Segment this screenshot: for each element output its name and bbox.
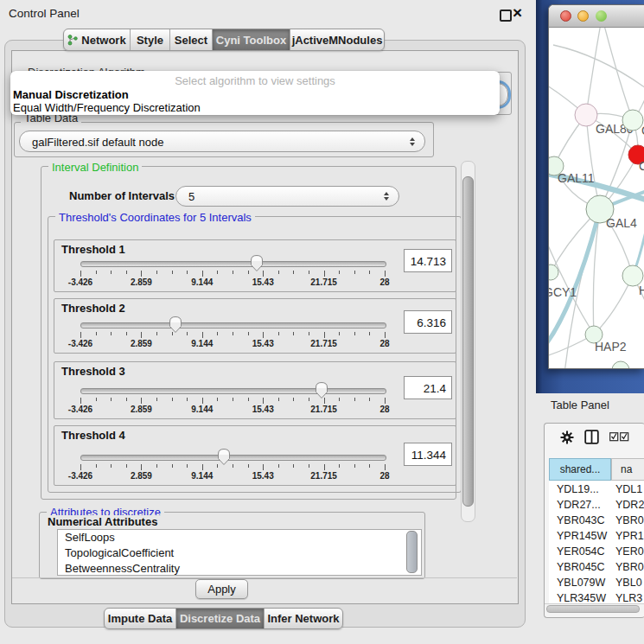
apply-button[interactable]: Apply — [195, 579, 248, 599]
network-node-g[interactable] — [622, 110, 643, 131]
network-edge[interactable] — [549, 226, 594, 335]
table-row[interactable]: YBR043CYBR0 — [549, 513, 644, 528]
attribute-list-item[interactable]: SelfLoops — [58, 530, 421, 545]
tick-mark — [172, 271, 173, 274]
attribute-list-item[interactable]: TopologicalCoefficient — [58, 545, 421, 561]
network-canvas[interactable]: GAL80GCGAL11GAL4GCY1HHAP2 — [549, 28, 644, 368]
cell-shared-name: YDR27... — [557, 497, 601, 513]
tab-jactivemnodules[interactable]: jActiveMNodules — [290, 29, 384, 50]
tick-mark — [80, 271, 81, 277]
tick-label: 15.43 — [252, 471, 274, 481]
table-row[interactable]: YPR145WYPR1 — [549, 528, 644, 544]
number-of-intervals-combobox[interactable]: 5 — [175, 186, 399, 207]
table-row[interactable]: YER054CYER0 — [549, 544, 644, 559]
threshold-slider-track[interactable] — [80, 261, 386, 267]
network-node-label: HAP2 — [595, 340, 627, 354]
threshold-slider-track[interactable] — [80, 455, 386, 461]
tick-mark — [172, 464, 173, 468]
algorithm-option-manual[interactable]: Manual Discretization — [13, 88, 129, 101]
table-hscrollbar-thumb[interactable] — [546, 605, 640, 613]
tick-mark — [187, 332, 188, 335]
node-attribute-table[interactable]: shared...naYDL19...YDL1YDR27...YDR2YBR04… — [549, 458, 644, 605]
tick-mark — [111, 271, 112, 274]
close-icon[interactable]: × — [513, 3, 522, 22]
algorithm-placeholder-option[interactable]: Select algorithm to view settings — [10, 74, 500, 87]
tab-label: jActiveMNodules — [292, 34, 383, 47]
attribute-list-item[interactable]: BetweennessCentrality — [58, 561, 421, 576]
network-edge[interactable] — [601, 28, 633, 120]
network-node-label: C — [639, 159, 644, 173]
network-edge[interactable] — [586, 28, 601, 115]
tick-mark — [96, 398, 97, 401]
close-traffic-light-icon[interactable] — [560, 10, 571, 22]
network-node-label: H — [639, 284, 644, 297]
threshold-value-field[interactable]: 11.344 — [404, 443, 452, 466]
tick-mark — [80, 332, 81, 338]
tick-mark — [369, 271, 370, 274]
tick-mark — [278, 464, 279, 468]
zoom-traffic-light-icon[interactable] — [596, 10, 607, 22]
numerical-attributes-list[interactable]: SelfLoopsTopologicalCoefficientBetweenne… — [57, 529, 422, 576]
column-header-shared-name[interactable]: shared... — [549, 458, 611, 481]
threshold-value-field[interactable]: 6.316 — [404, 310, 452, 334]
tick-label: 9.144 — [191, 405, 213, 414]
threshold-slider-track[interactable] — [80, 388, 386, 394]
settings-scrollbar-thumb[interactable] — [462, 176, 474, 507]
checkbox-icons[interactable] — [609, 432, 629, 442]
network-node-gcy1[interactable] — [549, 265, 558, 280]
tick-label: 2.859 — [131, 277, 152, 287]
float-window-icon[interactable] — [500, 10, 512, 22]
tab-impute-data[interactable]: Impute Data — [105, 609, 176, 628]
network-node-gal80[interactable] — [575, 104, 597, 126]
gear-icon[interactable] — [560, 430, 574, 444]
tick-label: 28 — [379, 471, 389, 481]
threshold-slider-handle[interactable] — [217, 448, 231, 466]
tick-mark — [339, 332, 340, 335]
tick-mark — [354, 271, 355, 274]
tab-network[interactable]: Network — [64, 29, 131, 50]
tab-cyni-toolbox[interactable]: Cyni Toolbox — [213, 29, 290, 50]
table-row[interactable]: YDR27...YDR2 — [549, 497, 644, 513]
tick-label: 28 — [379, 339, 389, 348]
threshold-slider-handle[interactable] — [250, 254, 264, 272]
network-node[interactable] — [612, 361, 629, 368]
tick-mark — [111, 398, 112, 401]
network-view-window: GAL80GCGAL11GAL4GCY1HHAP2 — [548, 4, 644, 369]
tick-mark — [96, 271, 97, 274]
attributes-scrollbar-thumb[interactable] — [406, 531, 418, 573]
tab-infer-network[interactable]: Infer Network — [265, 609, 342, 628]
table-data-combobox[interactable]: galFiltered.sif default node — [19, 131, 425, 152]
split-columns-icon[interactable] — [584, 430, 599, 444]
network-edge[interactable] — [553, 45, 644, 90]
algorithm-dropdown-popup: Select algorithm to view settings Manual… — [10, 71, 500, 115]
tick-mark — [96, 332, 97, 335]
tick-label: 9.144 — [191, 339, 213, 348]
threshold-slider-track[interactable] — [80, 322, 386, 328]
threshold-slider-handle[interactable] — [315, 381, 328, 399]
tab-select[interactable]: Select — [170, 29, 213, 50]
algorithm-option-equal-width[interactable]: Equal Width/Frequency Discretization — [13, 101, 201, 114]
cell-shared-name: YDL19... — [557, 481, 599, 497]
tab-discretize-data[interactable]: Discretize Data — [176, 609, 265, 628]
tick-mark — [369, 398, 370, 401]
threshold-slider-handle[interactable] — [169, 316, 182, 334]
table-panel-toolbar — [544, 427, 644, 453]
threshold-value-field[interactable]: 14.713 — [404, 249, 452, 272]
table-row[interactable]: YBR045CYBR0 — [549, 559, 644, 575]
threshold-value-field[interactable]: 21.4 — [404, 376, 452, 399]
cell-name: YBR0 — [615, 559, 644, 575]
tick-mark — [233, 464, 233, 468]
tick-label: 15.43 — [252, 277, 274, 287]
column-header-name[interactable]: na — [611, 458, 644, 481]
table-row[interactable]: YBL079WYBL0 — [549, 575, 644, 590]
settings-scrollbar-track[interactable] — [461, 161, 475, 522]
numerical-attributes-label: Numerical Attributes — [45, 515, 160, 528]
tick-mark — [217, 271, 218, 274]
tick-mark — [324, 332, 325, 338]
minimize-traffic-light-icon[interactable] — [577, 10, 589, 22]
tick-mark — [233, 271, 233, 274]
cell-shared-name: YBL079W — [557, 575, 605, 590]
table-row[interactable]: YDL19...YDL1 — [549, 481, 644, 497]
tab-style[interactable]: Style — [131, 29, 170, 50]
network-window-titlebar[interactable] — [549, 5, 644, 28]
